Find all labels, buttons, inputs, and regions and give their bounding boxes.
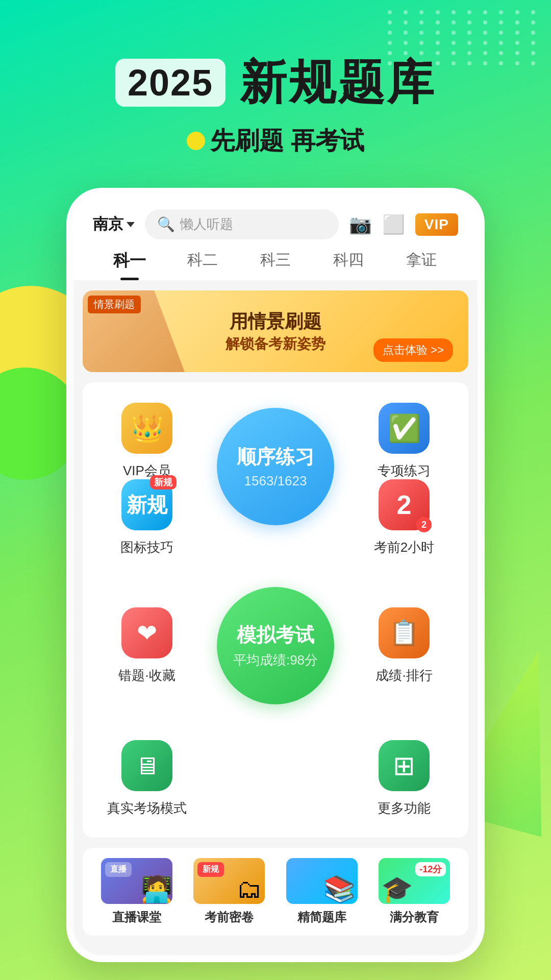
examroom-label: 真实考场模式	[107, 799, 187, 817]
wrong-icon: ❤	[121, 607, 172, 658]
tab-ke2[interactable]: 科二	[166, 250, 239, 280]
newrule-icon: 新规 新规	[121, 479, 172, 530]
simple-figure: 📚	[323, 874, 355, 904]
tabs-bar: 科一 科二 科三 科四 拿证	[72, 239, 479, 280]
mock-exam-circle[interactable]: 模拟考试 平均成绩:98分	[217, 587, 334, 704]
exam-paper-thumb: 新规 🗂	[193, 858, 265, 904]
scan-icon[interactable]: ⬜	[382, 214, 405, 235]
search-bar[interactable]: 🔍 懒人听题	[145, 209, 339, 239]
search-icon: 🔍	[157, 216, 175, 233]
full-edu-label: 满分教育	[390, 909, 439, 925]
exam2h-badge: 2	[416, 517, 432, 532]
promo-banner[interactable]: 情景刷题 用情景刷题 解锁备考新姿势 点击体验 >>	[83, 290, 468, 372]
subtitle-dot	[187, 132, 205, 150]
full-edu-thumb: -12分 🎓	[379, 858, 450, 904]
city-name: 南京	[93, 214, 123, 235]
center-empty	[211, 725, 340, 832]
special-icon-symbol: ✅	[388, 413, 421, 444]
app-exam-paper[interactable]: 新规 🗂 考前密卷	[186, 858, 273, 925]
tab-ke4[interactable]: 科四	[312, 250, 385, 280]
banner-label: 情景刷题	[88, 296, 141, 313]
vip-icon-symbol: 👑	[131, 413, 164, 444]
sequential-practice-circle[interactable]: 顺序练习 1563/1623	[217, 408, 334, 525]
practice-circle-cell[interactable]: 顺序练习 1563/1623	[211, 387, 340, 546]
exam2h-icon: 2 2	[379, 479, 430, 530]
score-symbol: 📋	[389, 619, 419, 647]
newrule-badge: 新规	[150, 475, 177, 489]
vip-icon: 👑	[121, 403, 172, 454]
wrong-cell[interactable]: ❤ 错题·收藏	[83, 567, 211, 725]
circle2-title: 模拟考试	[237, 622, 314, 648]
year-tag: 2025	[115, 59, 226, 107]
banner-title: 用情景刷题	[226, 309, 325, 334]
exam2h-symbol: 2	[397, 489, 412, 520]
subtitle: 先刷题 再考试	[0, 125, 551, 157]
header-area: 2025 新规题库 先刷题 再考试	[0, 0, 551, 157]
live-class-thumb: 直播 🧑‍💻	[101, 858, 172, 904]
camera-icon[interactable]: 📷	[349, 214, 372, 235]
search-placeholder: 懒人听题	[180, 215, 233, 233]
circle2-sub: 平均成绩:98分	[233, 651, 318, 669]
tab-nazheng[interactable]: 拿证	[385, 250, 458, 280]
newrule-cell[interactable]: 新规 新规 图标技巧	[83, 464, 211, 572]
topbar-icons: 📷 ⬜ VIP	[349, 213, 458, 236]
main-title: 新规题库	[240, 51, 436, 114]
more-cell[interactable]: ⊞ 更多功能	[340, 725, 468, 832]
circle1-sub: 1563/1623	[244, 473, 307, 489]
more-icon: ⊞	[379, 740, 430, 791]
banner-cta-button[interactable]: 点击体验 >>	[373, 338, 453, 362]
app-live-class[interactable]: 直播 🧑‍💻 直播课堂	[93, 858, 181, 925]
wrong-symbol: ❤	[137, 619, 157, 647]
vip-badge[interactable]: VIP	[415, 213, 458, 236]
full-figure: 🎓	[381, 874, 450, 904]
wrong-label: 错题·收藏	[118, 667, 175, 684]
chevron-down-icon	[127, 222, 135, 227]
more-label: 更多功能	[378, 799, 431, 817]
banner-content: 用情景刷题 解锁备考新姿势	[226, 309, 325, 354]
bottom-apps-row: 直播 🧑‍💻 直播课堂 新规 🗂 考前密卷 📚 精简题库 -12分 🎓 满分教育	[83, 848, 468, 936]
tab-ke1[interactable]: 科一	[93, 250, 166, 280]
newrule-label: 图标技巧	[120, 538, 173, 556]
live-class-label: 直播课堂	[112, 909, 161, 925]
exam-new-badge: 新规	[197, 862, 224, 877]
exam2h-label: 考前2小时	[374, 538, 434, 556]
score-icon: 📋	[379, 607, 430, 658]
examroom-symbol: 🖥	[135, 752, 159, 780]
score-label: 成绩·排行	[375, 667, 432, 684]
score-cell[interactable]: 📋 成绩·排行	[340, 567, 468, 725]
phone-mockup: 南京 🔍 懒人听题 📷 ⬜ VIP 科一 科二 科三 科四 拿证 情景刷题 用情…	[66, 188, 485, 962]
more-symbol: ⊞	[393, 750, 415, 781]
mock-exam-cell[interactable]: 模拟考试 平均成绩:98分	[211, 567, 340, 725]
newrule-icon-symbol: 新规	[127, 491, 167, 519]
tab-ke3[interactable]: 科三	[239, 250, 312, 280]
simple-bank-thumb: 📚	[286, 858, 358, 904]
exam2h-cell[interactable]: 2 2 考前2小时	[340, 464, 468, 572]
exam-figure: 🗂	[237, 874, 262, 904]
phone-topbar: 南京 🔍 懒人听题 📷 ⬜ VIP	[72, 194, 479, 239]
circle1-title: 顺序练习	[237, 444, 314, 470]
city-selector[interactable]: 南京	[93, 214, 135, 235]
examroom-cell[interactable]: 🖥 真实考场模式	[83, 725, 211, 832]
banner-subtitle: 解锁备考新姿势	[226, 334, 325, 354]
simple-bank-label: 精简题库	[297, 909, 346, 925]
live-icon-badge: 直播	[105, 862, 132, 877]
special-practice-icon: ✅	[379, 403, 430, 454]
subtitle-text: 先刷题 再考试	[210, 125, 364, 157]
app-full-edu[interactable]: -12分 🎓 满分教育	[371, 858, 459, 925]
live-figure: 🧑‍💻	[141, 874, 172, 904]
exam-paper-label: 考前密卷	[205, 909, 254, 925]
app-simple-bank[interactable]: 📚 精简题库	[278, 858, 366, 925]
examroom-icon: 🖥	[121, 740, 172, 791]
